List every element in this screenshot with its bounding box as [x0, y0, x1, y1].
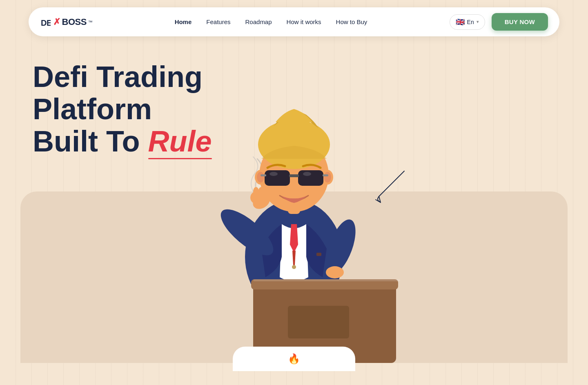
svg-rect-24	[265, 170, 290, 186]
flag-icon: 🇬🇧	[456, 18, 465, 27]
nav-roadmap[interactable]: Roadmap	[245, 18, 272, 25]
hero-card: 🔥	[20, 191, 568, 363]
svg-rect-27	[261, 174, 266, 176]
header-wrapper: DE ✗ BOSS ™ Home Features Roadmap How it…	[0, 0, 588, 36]
nav-how-to-buy[interactable]: How to Buy	[336, 18, 368, 25]
logo[interactable]: DE ✗ BOSS ™	[40, 17, 92, 27]
svg-point-29	[270, 172, 278, 176]
character-svg	[172, 77, 416, 363]
logo-boss-text: BOSS	[62, 17, 87, 27]
svg-rect-33	[288, 306, 349, 338]
nav-features[interactable]: Features	[206, 18, 230, 25]
buy-now-button[interactable]: BUY NOW	[492, 13, 548, 31]
logo-icon: DE	[40, 17, 51, 27]
svg-point-21	[257, 172, 264, 182]
logo-tm: ™	[88, 20, 93, 24]
svg-point-30	[303, 172, 311, 176]
nav-home[interactable]: Home	[175, 18, 192, 25]
svg-rect-25	[298, 170, 323, 186]
hero-section: Defi Trading Platform Built To Rule Trad…	[0, 36, 588, 363]
svg-rect-28	[323, 174, 328, 176]
main-nav: Home Features Roadmap How it works How t…	[175, 18, 368, 25]
main-header: DE ✗ BOSS ™ Home Features Roadmap How it…	[29, 7, 559, 36]
svg-rect-8	[316, 253, 321, 256]
svg-point-22	[324, 172, 331, 182]
character-illustration	[172, 77, 416, 363]
chevron-down-icon: ▾	[477, 19, 479, 24]
logo-x-icon: ✗	[53, 17, 60, 27]
language-selector[interactable]: 🇬🇧 En ▾	[450, 14, 485, 30]
svg-rect-34	[253, 279, 400, 281]
bottom-mini-card: 🔥	[233, 347, 355, 371]
svg-point-16	[326, 266, 344, 278]
svg-text:DE: DE	[41, 18, 51, 27]
nav-how-it-works[interactable]: How it works	[287, 18, 321, 25]
svg-point-9	[292, 265, 296, 269]
header-right: 🇬🇧 En ▾ BUY NOW	[450, 13, 548, 31]
card-icon: 🔥	[288, 353, 300, 365]
lang-label: En	[467, 19, 474, 25]
svg-point-14	[253, 187, 259, 196]
svg-rect-26	[289, 174, 299, 177]
